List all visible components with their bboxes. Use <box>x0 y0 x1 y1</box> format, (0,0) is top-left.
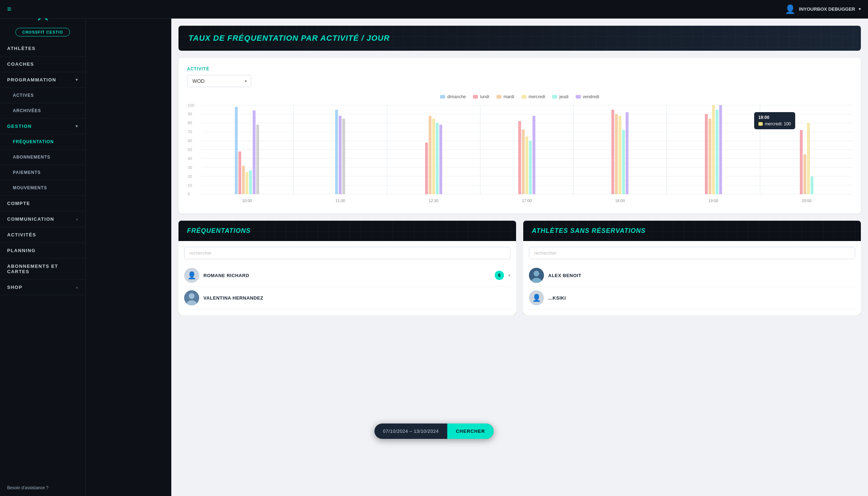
time-label: 10:00 <box>242 199 252 203</box>
sidebar-item-planning[interactable]: PLANNING <box>0 243 85 259</box>
grid-label: 80 <box>188 121 192 125</box>
legend-label: lundi <box>480 94 489 99</box>
bar <box>342 119 345 195</box>
person-row: ALEX BENOIT <box>529 264 855 287</box>
person-row: 👤 ROMANE RICHARD 6 ▾ <box>184 264 510 287</box>
athletes-search-input[interactable] <box>529 247 855 259</box>
time-bars <box>517 105 537 194</box>
group-divider <box>573 105 574 194</box>
frequentations-search-input[interactable] <box>184 247 510 259</box>
bar <box>256 125 259 194</box>
row-chevron-icon[interactable]: ▾ <box>508 273 510 278</box>
bars-container: 10:0011:0012:3017:0018:0019:0020:00 <box>201 105 852 194</box>
bar <box>708 119 711 195</box>
bar <box>242 166 245 194</box>
sidebar-item-mouvements[interactable]: MOUVEMENTS <box>0 180 85 196</box>
topbar-left: ≡ <box>7 5 11 13</box>
sidebar-item-frequentation[interactable]: FRÉQUENTATION <box>0 134 85 150</box>
chart-area: 100908070605040302010010:0011:0012:3017:… <box>187 105 852 205</box>
grid-label: 30 <box>188 165 192 170</box>
bar <box>533 116 535 194</box>
sidebar-help[interactable]: Besoin d'assistance ? <box>0 480 85 496</box>
activite-select-wrap: WOD ▾ <box>187 75 251 87</box>
sidebar-item-gestion[interactable]: GESTION ▾ <box>0 119 85 134</box>
bar <box>803 154 806 195</box>
bar <box>518 121 521 194</box>
time-label: 17:00 <box>522 199 532 203</box>
grid-label: 100 <box>188 103 194 107</box>
sidebar-item-actives[interactable]: ACTIVES <box>0 88 85 103</box>
svg-point-2 <box>189 293 195 299</box>
legend-item: vendredi <box>576 94 599 99</box>
brand-button[interactable]: CROSSFIT CESTIO <box>15 28 70 36</box>
time-label: 18:00 <box>615 199 625 203</box>
bar <box>811 176 813 194</box>
avatar: 👤 <box>184 268 199 283</box>
sidebar-item-paiements[interactable]: PAIEMENTS <box>0 165 85 180</box>
person-name: ROMANE RICHARD <box>203 273 490 278</box>
legend-label: mardi <box>504 94 514 99</box>
sidebar-item-compte[interactable]: COMPTE <box>0 196 85 211</box>
sidebar-item-coaches[interactable]: COACHES <box>0 56 85 72</box>
frequentations-title: FRÉQUENTATIONS <box>187 227 508 235</box>
bar <box>246 172 248 195</box>
bar <box>522 129 525 195</box>
bar <box>619 116 621 194</box>
group-divider <box>480 105 480 194</box>
person-row: 👤 ...KSIKI <box>529 287 855 309</box>
sidebar-item-activites[interactable]: ACTIVITÉS <box>0 227 85 243</box>
athletes-header: ATHLÈTES SANS RÉSERVATIONS <box>523 221 861 241</box>
bar <box>253 110 256 194</box>
sidebar-item-programmation[interactable]: PROGRAMMATION ▾ <box>0 72 85 88</box>
avatar-image <box>184 290 199 305</box>
bar <box>436 123 439 194</box>
legend-label: mercredi <box>529 94 545 99</box>
bar <box>705 114 708 194</box>
athletes-search-wrap <box>529 247 855 259</box>
sidebar-item-athletes[interactable]: ATHLÈTES <box>0 41 85 56</box>
time-label: 12:30 <box>429 199 439 203</box>
legend-item: dimanche <box>440 94 466 99</box>
bar <box>807 123 810 194</box>
communication-chevron-icon: ‹ <box>76 217 78 221</box>
sidebar: CROSSFIT CESTIO ATHLÈTES COACHES PROGRAM… <box>0 0 86 496</box>
bar <box>339 116 342 194</box>
sidebar-item-archivees[interactable]: ARCHIVÉES <box>0 103 85 119</box>
svg-point-5 <box>534 271 539 276</box>
time-bars <box>703 105 723 194</box>
athletes-body: ALEX BENOIT 👤 ...KSIKI <box>523 241 861 315</box>
legend-item: jeudi <box>552 94 568 99</box>
user-icon: 👤 <box>785 4 796 14</box>
shop-chevron-icon: ‹ <box>76 285 78 290</box>
bar <box>529 141 532 194</box>
sidebar-item-abonnements-cartes[interactable]: ABONNEMENTS ET CARTES <box>0 259 85 280</box>
count-badge: 6 <box>495 271 504 280</box>
bottom-panels: FRÉQUENTATIONS 👤 ROMANE RICHARD 6 ▾ <box>178 221 861 315</box>
avatar <box>529 268 544 283</box>
legend-dot <box>552 95 557 99</box>
chercher-button[interactable]: CHERCHER <box>447 424 494 439</box>
sidebar-item-abonnements[interactable]: ABONNEMENTS <box>0 150 85 165</box>
activite-select[interactable]: WOD <box>187 75 251 87</box>
time-bars <box>798 105 815 194</box>
programmation-chevron-icon: ▾ <box>76 77 79 82</box>
bar <box>439 125 442 194</box>
bar <box>429 116 432 194</box>
grid-label: 10 <box>188 183 192 187</box>
person-name: VALENTINA HERNANDEZ <box>203 295 510 301</box>
hamburger-icon[interactable]: ≡ <box>7 5 11 13</box>
grid-label: 60 <box>188 139 192 143</box>
athletes-title: ATHLÈTES SANS RÉSERVATIONS <box>532 227 852 235</box>
sidebar-item-communication[interactable]: COMMUNICATION ‹ <box>0 211 85 227</box>
bar <box>335 110 338 195</box>
user-chevron-icon[interactable]: ▾ <box>859 7 861 11</box>
activite-label: ACTIVITÉ <box>187 66 852 71</box>
frequentations-body: 👤 ROMANE RICHARD 6 ▾ VALENTI <box>178 241 516 315</box>
sidebar-item-shop[interactable]: SHOP ‹ <box>0 280 85 295</box>
chart-section: ACTIVITÉ WOD ▾ dimanchelundimardimercred… <box>178 58 861 214</box>
topbar: ≡ 👤 INYOURBOX DEBUGGER ▾ <box>0 0 868 19</box>
sidebar-brand: CROSSFIT CESTIO <box>0 26 85 41</box>
legend-dot <box>473 95 478 99</box>
time-group: 19:00 <box>667 105 759 194</box>
time-bars <box>334 105 347 194</box>
